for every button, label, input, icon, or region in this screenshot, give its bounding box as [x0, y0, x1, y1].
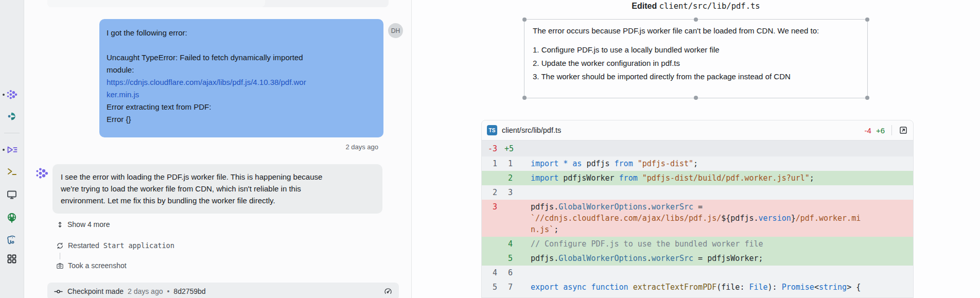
rollback-gauge-icon[interactable]: [383, 287, 393, 296]
previous-message-partial-2: [47, 0, 265, 7]
checkpoint-separator: •: [167, 287, 169, 295]
diff-line: 23: [482, 185, 913, 200]
note-item: 1. Configure PDF.js to use a locally bun…: [533, 45, 859, 54]
assistant-icon[interactable]: [5, 110, 19, 123]
typescript-file-icon: TS: [487, 125, 497, 135]
screenshot-action-row: Took a screenshot: [56, 261, 127, 270]
resize-handle-nw[interactable]: [522, 17, 527, 22]
action-connector-line: [60, 253, 60, 259]
resize-handle-n[interactable]: [694, 17, 698, 22]
tools-grid-icon[interactable]: [5, 252, 19, 266]
error-url-link[interactable]: https://cdnjs.cloudflare.com/ajax/libs/p…: [107, 78, 306, 99]
diff-hunk-header: -3 +5: [482, 141, 913, 156]
rail-divider: [4, 133, 20, 133]
diff-file-name: client/src/lib/pdf.ts: [502, 126, 860, 134]
resize-handle-sw[interactable]: [522, 96, 527, 100]
resize-handle-ne[interactable]: [865, 17, 869, 22]
note-item: 2. Update the worker configuration in pd…: [533, 59, 859, 67]
restart-action-row: Restarted Start application: [56, 241, 174, 250]
edited-file-title: Edited client/src/lib/pdf.ts: [412, 2, 980, 11]
hunk-added: +5: [504, 144, 514, 153]
edited-label: Edited: [632, 2, 657, 10]
hunk-removed: -3: [488, 144, 497, 153]
header-separator: [891, 125, 892, 135]
commit-icon: [54, 287, 63, 296]
annotation-note-box[interactable]: The error occurs because PDF.js worker f…: [524, 19, 868, 98]
tool-rail: [0, 0, 24, 298]
diff-line: 5pdfjs.GlobalWorkerOptions.workerSrc = p…: [482, 251, 913, 266]
checkpoint-row: Checkpoint made 2 days ago • 8d2759bd: [47, 283, 399, 298]
diff-line: 4// Configure PDF.js to use the bundled …: [482, 237, 913, 251]
active-dot-agent: [3, 94, 5, 96]
restart-command: Start application: [103, 241, 174, 250]
diff-header: TS client/src/lib/pdf.ts -4 +6: [482, 120, 913, 141]
note-intro: The error occurs because PDF.js worker f…: [533, 26, 859, 35]
console-icon[interactable]: [5, 188, 19, 201]
resize-handle-s[interactable]: [694, 96, 698, 100]
diff-added-count: +6: [876, 126, 885, 135]
show-more-button[interactable]: Show 4 more: [56, 220, 110, 229]
diff-removed-count: -4: [865, 126, 871, 135]
chat-panel: I got the following error: Uncaught Type…: [24, 0, 412, 298]
open-external-icon[interactable]: [899, 126, 908, 135]
diff-body: 11import * as pdfjs from "pdfjs-dist";2i…: [482, 156, 913, 294]
diff-line: 57export async function extractTextFromP…: [482, 280, 913, 294]
diff-line: 46: [482, 266, 913, 280]
agent-icon[interactable]: [5, 88, 19, 101]
app-window: I got the following error: Uncaught Type…: [0, 0, 980, 298]
checkpoint-label: Checkpoint made: [67, 287, 124, 295]
active-dot-workflows: [3, 149, 5, 151]
camera-icon: [56, 262, 64, 270]
shell-icon[interactable]: [5, 165, 19, 178]
note-item: 3. The worker should be imported directl…: [533, 72, 859, 81]
refresh-icon: [56, 242, 64, 250]
diff-line: 2import pdfjsWorker from "pdfjs-dist/bui…: [482, 171, 913, 185]
workflows-icon[interactable]: [5, 143, 19, 156]
restart-label: Restarted: [68, 241, 99, 250]
webview-icon[interactable]: [5, 211, 19, 224]
diff-line: 11import * as pdfjs from "pdfjs-dist";: [482, 156, 913, 171]
resize-handle-se[interactable]: [865, 96, 869, 100]
checkpoint-time: 2 days ago: [128, 287, 163, 295]
user-avatar: DH: [388, 23, 403, 38]
assistant-message-bubble: I see the error with loading the PDF.js …: [52, 164, 382, 214]
screenshot-label: Took a screenshot: [68, 261, 127, 270]
user-message-bubble: I got the following error: Uncaught Type…: [99, 19, 383, 137]
expand-vertical-icon: [56, 221, 64, 229]
diff-card: TS client/src/lib/pdf.ts -4 +6 -3 +5 11i…: [481, 120, 914, 298]
checkpoint-hash: 8d2759bd: [173, 287, 205, 295]
editor-panel: Edited client/src/lib/pdf.ts The error o…: [412, 0, 980, 298]
message-timestamp: 2 days ago: [229, 143, 378, 151]
edited-file-path: client/src/lib/pdf.ts: [659, 2, 760, 11]
agent-avatar-icon: [34, 166, 49, 181]
database-icon[interactable]: [5, 234, 19, 247]
diff-line: 3pdfjs.GlobalWorkerOptions.workerSrc = `…: [482, 200, 913, 237]
show-more-label: Show 4 more: [67, 220, 110, 229]
